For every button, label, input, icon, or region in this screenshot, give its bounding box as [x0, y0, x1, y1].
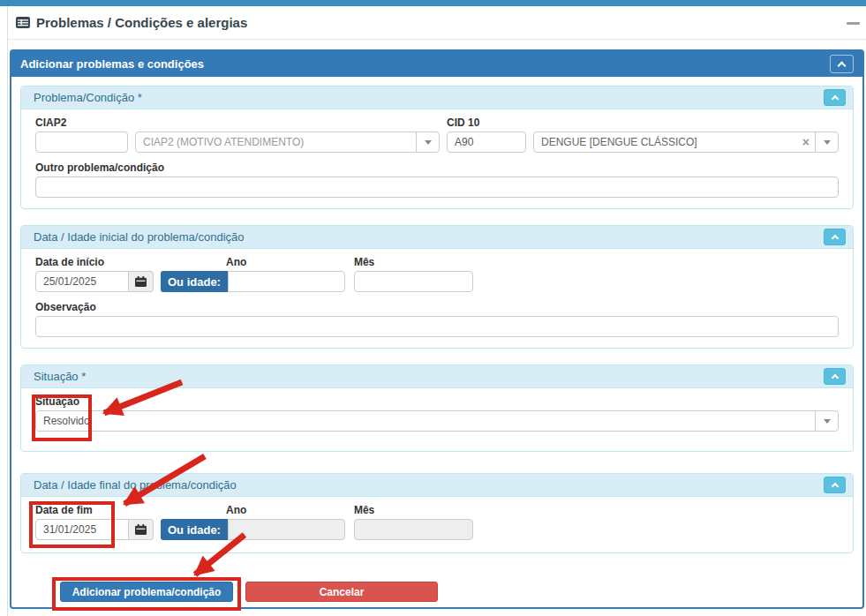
minus-icon: [847, 22, 860, 25]
ano-inicial-label: Ano: [226, 256, 345, 268]
data-inicio-label: Data de início: [35, 256, 154, 268]
section-situacao: Situação * Situação Resolvido: [20, 364, 854, 452]
calendar-icon: [135, 276, 147, 288]
section-problema-header: Problema/Condição *: [21, 86, 853, 109]
section-data-final-title: Data / Idade final do problema/condição: [34, 478, 237, 492]
cid10-label: CID 10: [447, 116, 839, 129]
section-data-final-body: Data de fim: [21, 497, 853, 552]
section-data-inicial-title: Data / Idade inicial do problema/condiçã…: [34, 230, 244, 244]
ciap2-label: CIAP2: [35, 116, 440, 129]
ano-inicial-input[interactable]: [228, 271, 345, 292]
form-actions: Adicionar problema/condição Cancelar: [60, 582, 854, 602]
panel-collapse-button[interactable]: [830, 55, 854, 73]
top-accent-bar: [0, 0, 866, 6]
data-inicio-input[interactable]: [35, 271, 129, 292]
section-situacao-header: Situação *: [21, 365, 853, 388]
section-data-inicial-header: Data / Idade inicial do problema/condiçã…: [21, 226, 853, 249]
chevron-up-icon: [831, 94, 838, 101]
section-data-inicial: Data / Idade inicial do problema/condiçã…: [20, 225, 854, 349]
data-inicio-calendar-button[interactable]: [129, 271, 154, 292]
section-data-inicial-body: Data de início: [21, 249, 853, 348]
caret-down-icon: [824, 419, 831, 424]
caret-down-icon: [824, 140, 831, 145]
ciap2-select-value: CIAP2 (MOTIVO ATENDIMENTO): [136, 136, 416, 148]
section-data-final-header: Data / Idade final do problema/condição: [21, 474, 853, 497]
calendar-icon: [135, 524, 147, 536]
ou-idade-badge: Ou idade:: [161, 519, 228, 540]
x-icon[interactable]: ×: [797, 132, 815, 152]
chevron-up-icon: [831, 234, 838, 241]
chevron-up-icon: [831, 373, 838, 380]
table-icon: [16, 17, 30, 28]
caret-down-icon: [425, 140, 432, 145]
ciap2-select[interactable]: CIAP2 (MOTIVO ATENDIMENTO): [135, 131, 440, 153]
cid10-input[interactable]: [447, 131, 526, 153]
data-fim-input[interactable]: [35, 519, 129, 540]
section-data-inicial-collapse-button[interactable]: [824, 229, 846, 245]
section-problema-title: Problema/Condição *: [34, 91, 142, 104]
section-situacao-title: Situação *: [34, 370, 86, 383]
add-problems-panel: Adicionar problemas e condições Problema…: [10, 49, 864, 609]
ano-final-label: Ano: [226, 504, 345, 516]
page-title: Problemas / Condições e alergias: [36, 15, 247, 30]
section-data-final: Data / Idade final do problema/condição …: [20, 473, 854, 553]
outro-problema-label: Outro problema/condição: [35, 162, 839, 174]
cid10-select-arrow[interactable]: [815, 132, 838, 152]
situacao-select[interactable]: Resolvido: [35, 410, 839, 432]
add-problem-button[interactable]: Adicionar problema/condição: [60, 582, 233, 602]
chevron-up-icon: [838, 61, 847, 70]
chevron-up-icon: [831, 482, 838, 489]
outro-problema-input[interactable]: [35, 177, 839, 198]
mes-final-label: Mês: [354, 504, 473, 516]
ciap2-select-arrow[interactable]: [416, 132, 439, 152]
ano-final-input: [228, 519, 345, 540]
observacao-label: Observação: [35, 301, 839, 313]
section-situacao-collapse-button[interactable]: [824, 368, 846, 385]
cid10-select[interactable]: DENGUE [DENGUE CLÁSSICO] ×: [533, 131, 839, 153]
data-fim-label: Data de fim: [35, 504, 154, 516]
cancel-button[interactable]: Cancelar: [245, 582, 438, 602]
data-fim-calendar-button[interactable]: [129, 519, 154, 540]
mes-final-input: [354, 519, 473, 540]
ou-idade-badge: Ou idade:: [161, 271, 228, 292]
mes-inicial-input[interactable]: [354, 271, 473, 292]
panel-body: Problema/Condição * CIAP2 CIAP2 (MOTIVO …: [11, 77, 862, 602]
observacao-input[interactable]: [35, 316, 839, 337]
panel-title: Adicionar problemas e condições: [20, 57, 204, 71]
cid10-select-value: DENGUE [DENGUE CLÁSSICO]: [534, 136, 797, 148]
mes-inicial-label: Mês: [354, 256, 473, 268]
section-problema-collapse-button[interactable]: [824, 89, 846, 106]
situacao-label: Situação: [35, 395, 839, 408]
problems-widget: Problemas / Condições e alergias Adicion…: [7, 6, 866, 616]
situacao-select-value: Resolvido: [36, 415, 815, 427]
widget-header: Problemas / Condições e alergias: [8, 6, 866, 40]
section-situacao-body: Situação Resolvido: [21, 388, 853, 451]
section-data-final-collapse-button[interactable]: [824, 477, 846, 493]
section-problema-condicao: Problema/Condição * CIAP2 CIAP2 (MOTIVO …: [20, 86, 854, 209]
ciap2-input[interactable]: [35, 131, 128, 153]
situacao-select-arrow[interactable]: [815, 411, 838, 431]
section-problema-body: CIAP2 CIAP2 (MOTIVO ATENDIMENTO): [21, 109, 853, 208]
panel-header: Adicionar problemas e condições: [11, 51, 862, 77]
minimize-widget-button[interactable]: [844, 16, 862, 30]
